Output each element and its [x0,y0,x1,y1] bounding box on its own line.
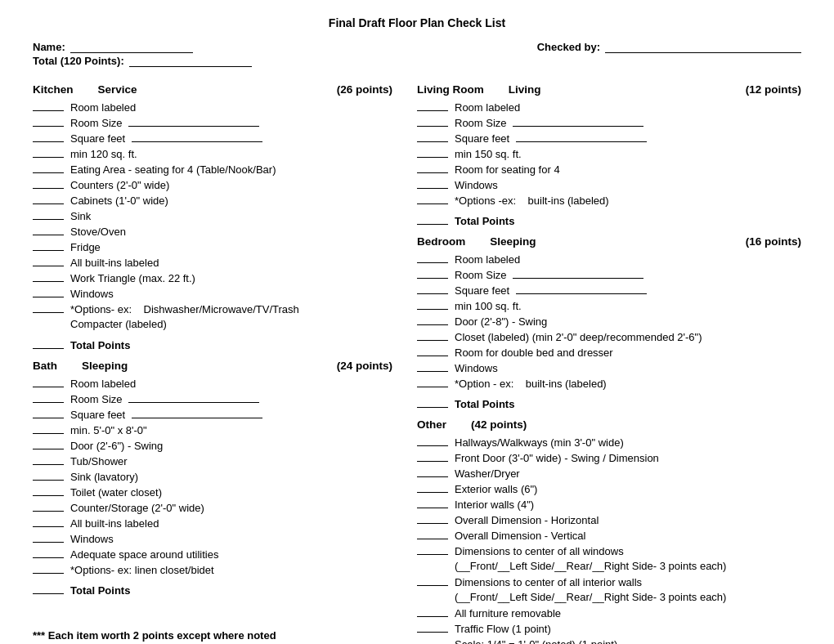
bath-total-label: Total Points [70,584,130,597]
footer-note: *** Each item worth 2 points except wher… [33,629,276,642]
list-item: Dimensions to center of all windows [417,544,801,558]
name-label: Name: [33,41,65,53]
item-label: Square feet [70,132,262,145]
item-label: min 120 sq. ft. [70,148,137,160]
list-item: Room Size [33,392,392,406]
item-label: Fridge [70,241,101,253]
item-label: Room for double bed and dresser [455,347,613,359]
list-item: Closet (labeled) (min 2'-0" deep/recomme… [417,330,801,344]
checkbox-line [417,575,448,586]
living-room-points: (12 points) [746,83,801,96]
item-label: Closet (labeled) (min 2'-0" deep/recomme… [455,331,702,343]
list-item: Stove/Oven [33,225,392,239]
checkbox-line [417,606,448,617]
item-label: Hallways/Walkways (min 3'-0" wide) [455,436,624,449]
checkbox-line [417,377,448,387]
checkbox-line [33,178,64,189]
item-label: Dimensions to center of all interior wal… [455,576,642,588]
list-item: Windows [33,287,392,301]
item-label: Square feet [70,408,262,421]
list-item: Counter/Storage (2'-0" wide) [33,501,392,515]
item-label: Room Size [455,116,643,129]
item-label: Room labeled [70,101,136,114]
checked-by-underline [605,42,801,53]
checkbox-line [33,147,64,158]
item-label: *Options- ex: Dishwasher/Microwave/TV/Tr… [70,303,299,315]
list-item: Square feet [417,132,801,145]
checkbox-line [33,501,64,512]
item-label: min. 5'-0" x 8'-0" [70,424,147,436]
checkbox-line [417,253,448,263]
list-item: Overall Dimension - Vertical [417,529,801,543]
list-item: Room for seating for 4 [417,163,801,177]
list-item: Windows [417,361,801,375]
bath-section-header: Bath Sleeping (24 points) [33,360,392,372]
checkbox-line [417,544,448,555]
list-item: Door (2'-6") - Swing [33,439,392,453]
checkbox-line [33,584,64,594]
page-title: Final Draft Floor Plan Check List [33,16,801,29]
item-label: All built-ins labeled [70,517,159,530]
item-label: min 150 sq. ft. [455,148,522,160]
item-label: All furniture removable [455,607,561,619]
list-item: Square feet [33,132,392,145]
checkbox-line [417,637,448,644]
kitchen-subtitle: Service [98,83,137,96]
item-label: Eating Area - seating for 4 (Table/Nook/… [70,163,276,176]
list-item: Fridge [33,240,392,254]
checkbox-line [33,532,64,543]
item-label: *Option - ex: built-ins (labeled) [455,378,607,390]
list-item: All built-ins labeled [33,517,392,530]
checkbox-line [417,346,448,356]
checkbox-line [33,256,64,266]
checkbox-line [417,482,448,493]
item-label: Room for seating for 4 [455,163,560,176]
checkbox-line [33,132,64,142]
kitchen-title: Kitchen [33,83,74,96]
list-item: Room labeled [33,377,392,391]
kitchen-total-row: Total Points [33,338,392,351]
item-label: Counter/Storage (2'-0" wide) [70,502,204,514]
item-label: Work Triangle (max. 22 ft.) [70,272,195,284]
item-label: Room Size [455,268,643,281]
other-section-header: Other (42 points) [417,418,801,431]
item-label: (__Front/__Left Side/__Rear/__Right Side… [455,560,726,572]
list-item: Square feet [417,284,801,297]
bath-subtitle: Sleeping [82,360,128,372]
item-label: Scale: 1/4" = 1'-0" (noted) (1 point) [455,638,617,644]
list-item: Hallways/Walkways (min 3'-0" wide) [417,436,801,449]
bedroom-section-header: Bedroom Sleeping (16 points) [417,235,801,248]
list-item: min 120 sq. ft. [33,147,392,161]
checkbox-line [33,377,64,387]
item-label: Windows [455,362,498,374]
item-label: min 100 sq. ft. [455,300,522,312]
checkbox-line [417,397,448,408]
item-label: Room Size [70,392,259,405]
total-underline [129,56,252,67]
bedroom-title: Bedroom [417,235,465,248]
checkbox-line [33,485,64,496]
living-room-total-row: Total Points [417,214,801,227]
item-label: Square feet [455,284,647,297]
item-label: Traffic Flow (1 point) [455,623,551,635]
item-label: Door (2'-8") - Swing [455,315,547,328]
right-column: Living Room Living (12 points) Room labe… [409,75,801,644]
checkbox-line [33,287,64,297]
checkbox-line [33,225,64,235]
list-item: All furniture removable [417,606,801,620]
item-label: Square feet [455,132,647,145]
list-item: Tub/Shower [33,454,392,468]
item-label: Toilet (water closet) [70,486,162,499]
checkbox-line [417,116,448,127]
item-label: Windows [455,179,498,191]
other-points: (42 points) [471,418,527,431]
list-item: Exterior walls (6") [417,482,801,496]
item-label: Overall Dimension - Vertical [455,530,585,542]
checkbox-line [417,178,448,189]
list-item: Work Triangle (max. 22 ft.) [33,271,392,285]
list-item: Windows [417,178,801,192]
bath-points: (24 points) [337,360,392,372]
checkbox-line [417,498,448,508]
bedroom-total-row: Total Points [417,397,801,410]
checkbox-line [33,408,64,418]
